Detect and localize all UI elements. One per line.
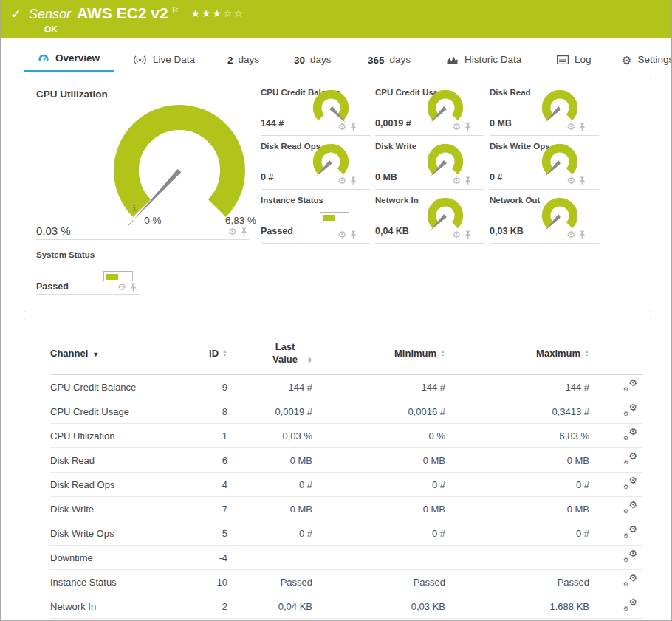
gear-icon[interactable]: ⚙ — [566, 176, 575, 185]
gauge-max-label: 6,83 % — [215, 215, 267, 226]
cell-last-value: 0 # — [227, 473, 312, 497]
gauge-cell-disk-read-ops[interactable]: Disk Read Ops0 #⚙ — [261, 136, 370, 190]
table-row[interactable]: Disk Read Ops40 #0 #0 #⚙⚙ — [50, 473, 643, 497]
priority-stars[interactable]: ★★★☆☆ — [191, 7, 244, 19]
column-header-id[interactable]: ID▲▼ — [179, 336, 227, 375]
gauge-cell-cpu-credit-balance[interactable]: CPU Credit Balance144 #⚙ — [261, 82, 370, 136]
pin-icon[interactable] — [464, 176, 471, 185]
gauge-cell-instance-status[interactable]: Instance StatusPassed⚙ — [261, 190, 370, 244]
divider — [36, 239, 249, 240]
gear-icon[interactable]: ⚙ — [337, 122, 346, 131]
system-status-widget[interactable] — [103, 271, 133, 281]
gauge-cell-actions: ⚙ — [452, 122, 471, 131]
settings-gear-icon: ⚙ — [622, 55, 631, 66]
edit-channel-icon[interactable]: ⚙⚙ — [623, 477, 637, 490]
gauge-cell-network-in[interactable]: Network In0,04 KB⚙ — [375, 190, 484, 244]
cpu-utilization-gauge[interactable] — [98, 100, 261, 233]
cell-actions: ⚙⚙ — [589, 473, 643, 497]
pin-icon[interactable] — [241, 227, 247, 236]
pin-icon[interactable] — [350, 230, 357, 239]
pin-icon[interactable] — [130, 283, 137, 292]
gauge-cell-disk-write[interactable]: Disk Write0 MB⚙ — [375, 136, 484, 190]
gauge-cell-actions: ⚙ — [452, 230, 471, 239]
table-row[interactable]: Disk Write Ops50 #0 #0 #⚙⚙ — [50, 521, 643, 546]
edit-channel-icon[interactable]: ⚙⚙ — [623, 380, 637, 392]
gauge-cell-disk-read[interactable]: Disk Read0 MB⚙ — [490, 82, 599, 136]
gauge-cell-value: 0 MB — [375, 172, 397, 182]
primary-gauge-title: CPU Utilization — [36, 89, 108, 100]
cell-actions: ⚙⚙ — [589, 521, 643, 546]
cell-last-value: Passed — [227, 570, 312, 594]
tab-2-days[interactable]: 2days — [227, 47, 259, 72]
cell-id: 6 — [179, 448, 227, 473]
edit-channel-icon[interactable]: ⚙⚙ — [623, 501, 637, 514]
cell-channel: Disk Write — [50, 497, 179, 521]
primary-gauge-actions: ⚙ — [228, 227, 247, 236]
pin-icon[interactable] — [464, 123, 471, 131]
gauge-cell-actions: ⚙ — [337, 122, 357, 131]
cell-minimum: 0 % — [312, 424, 445, 448]
table-row[interactable]: CPU Credit Balance9144 #144 #144 #⚙⚙ — [50, 375, 643, 399]
table-row[interactable]: Disk Write70 MB0 MB0 MB⚙⚙ — [50, 497, 643, 521]
cell-channel: CPU Credit Balance — [50, 375, 179, 399]
gauge-cell-title: Disk Read — [490, 88, 531, 97]
system-status-title: System Status — [36, 250, 95, 259]
table-row[interactable]: CPU Credit Usage80,0019 #0,0016 #0,3413 … — [50, 399, 643, 424]
column-header-channel[interactable]: Channel▼ — [50, 336, 179, 375]
gauge-cell-network-out[interactable]: Network Out0,03 KB⚙ — [490, 190, 599, 244]
gear-icon[interactable]: ⚙ — [228, 227, 237, 236]
column-header-maximum[interactable]: Maximum▲▼ — [445, 336, 589, 375]
gear-icon[interactable]: ⚙ — [337, 230, 346, 239]
edit-channel-icon[interactable]: ⚙⚙ — [623, 526, 637, 538]
column-header-minimum[interactable]: Minimum▲▼ — [312, 336, 445, 375]
edit-channel-icon[interactable]: ⚙⚙ — [623, 599, 637, 611]
gear-icon[interactable]: ⚙ — [566, 230, 575, 239]
gauge-icon — [38, 53, 49, 64]
column-header-last-value[interactable]: Last Value▲▼ — [227, 336, 312, 375]
gauges-panel: CPU Utilization x̄ 0 % 6,83 % 0,03 % ⚙ S… — [24, 78, 651, 312]
gear-icon[interactable]: ⚙ — [337, 176, 346, 185]
gauge-cell-disk-write-ops[interactable]: Disk Write Ops0 #⚙ — [490, 136, 599, 190]
gear-icon[interactable]: ⚙ — [452, 230, 461, 239]
pin-icon[interactable] — [350, 123, 357, 131]
gear-icon[interactable]: ⚙ — [117, 282, 126, 292]
cell-last-value: 0,03 % — [227, 424, 312, 448]
edit-channel-icon[interactable]: ⚙⚙ — [623, 404, 637, 416]
tab-365-days[interactable]: 365days — [368, 47, 411, 72]
tab-log[interactable]: Log — [557, 47, 592, 72]
cell-channel: Network In — [50, 594, 179, 619]
pin-icon[interactable] — [579, 230, 586, 239]
pin-icon[interactable] — [464, 230, 471, 239]
tab-live-data[interactable]: Live Data — [133, 47, 195, 72]
table-row[interactable]: CPU Utilization10,03 %0 %6,83 %⚙⚙ — [50, 424, 643, 448]
cell-maximum: 6,83 % — [445, 424, 589, 448]
cell-id: -4 — [179, 546, 227, 570]
edit-channel-icon[interactable]: ⚙⚙ — [623, 574, 637, 587]
table-row[interactable]: Network In20,04 KB0,03 KB1.688 KB⚙⚙ — [50, 594, 643, 619]
gear-icon[interactable]: ⚙ — [452, 122, 461, 131]
pin-icon[interactable] — [350, 176, 357, 185]
tab-label: days — [310, 54, 332, 65]
edit-channel-icon[interactable]: ⚙⚙ — [623, 550, 637, 563]
pin-icon[interactable] — [579, 176, 586, 185]
table-row[interactable]: Downtime-4⚙⚙ — [50, 546, 643, 570]
gauge-cell-title: Network Out — [490, 196, 540, 205]
log-icon — [557, 55, 569, 64]
gauge-cell-title: Instance Status — [261, 196, 323, 205]
edit-channel-icon[interactable]: ⚙⚙ — [623, 428, 637, 441]
edit-channel-icon[interactable]: ⚙⚙ — [623, 453, 637, 465]
gauge-cell-cpu-credit-usage[interactable]: CPU Credit Usage0,0019 #⚙ — [375, 82, 484, 136]
cell-minimum: 0 MB — [312, 497, 445, 521]
table-row[interactable]: Disk Read60 MB0 MB0 MB⚙⚙ — [50, 448, 643, 473]
cell-channel: CPU Credit Usage — [50, 399, 179, 424]
gear-icon[interactable]: ⚙ — [566, 122, 575, 131]
tab-historic-data[interactable]: Historic Data — [446, 47, 521, 72]
tab-30-days[interactable]: 30days — [294, 47, 332, 72]
tab-overview[interactable]: Overview — [24, 47, 114, 72]
gear-icon[interactable]: ⚙ — [452, 176, 461, 185]
cell-channel: Instance Status — [50, 570, 179, 594]
pin-icon[interactable] — [579, 123, 586, 131]
tab-settings[interactable]: ⚙Settings — [622, 47, 672, 72]
cell-actions: ⚙⚙ — [589, 497, 643, 521]
table-row[interactable]: Instance Status10PassedPassedPassed⚙⚙ — [50, 570, 643, 594]
